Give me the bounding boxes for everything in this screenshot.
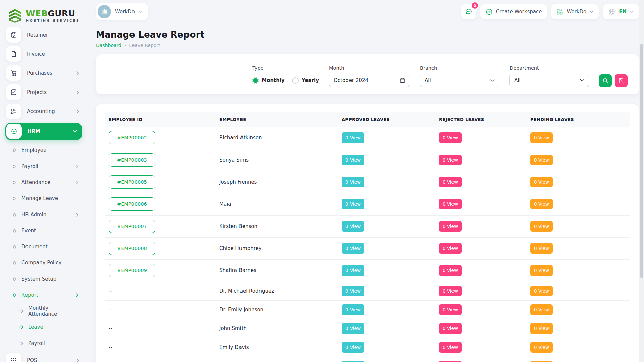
approved-leaves-badge[interactable]: 0 View bbox=[342, 155, 364, 165]
sidebar-item-accounting[interactable]: Accounting bbox=[5, 104, 82, 119]
pending-leaves-badge[interactable]: 0 View bbox=[530, 221, 553, 232]
approved-leaves-badge[interactable]: 0 View bbox=[342, 323, 364, 334]
sidebar-item-projects[interactable]: Projects bbox=[5, 84, 82, 100]
sidebar-item-invoice[interactable]: Invoice bbox=[5, 46, 82, 62]
sidebar-item-attendance[interactable]: Attendance bbox=[5, 176, 82, 189]
table-row: -- Dr. Michael Rodriguez 0 View 0 View 0… bbox=[105, 282, 630, 300]
leave-report-table: EMPLOYEE ID EMPLOYEE APPROVED LEAVES REJ… bbox=[105, 112, 630, 362]
filter-type-group: Type Monthly Yearly bbox=[252, 65, 319, 87]
sidebar-item-event[interactable]: Event bbox=[5, 224, 82, 237]
page-title: Manage Leave Report bbox=[96, 29, 639, 40]
employee-name: Kirsten Benson bbox=[215, 215, 338, 237]
brand-logo[interactable]: WEBGURU HOSTING SERVICES bbox=[7, 8, 82, 23]
rejected-leaves-badge[interactable]: 0 View bbox=[439, 199, 462, 209]
employee-id-badge[interactable]: #EMP00006 bbox=[109, 197, 155, 211]
table-row: #EMP00002 Richard Atkinson 0 View 0 View… bbox=[105, 127, 630, 149]
brand-text: WEBGURU HOSTING SERVICES bbox=[26, 9, 80, 22]
rejected-leaves-badge[interactable]: 0 View bbox=[439, 361, 462, 362]
rejected-leaves-badge[interactable]: 0 View bbox=[439, 132, 462, 143]
bullet-icon bbox=[13, 213, 16, 217]
approved-leaves-badge[interactable]: 0 View bbox=[342, 177, 364, 187]
rejected-leaves-badge[interactable]: 0 View bbox=[439, 177, 462, 187]
bullet-icon bbox=[13, 181, 16, 184]
approved-leaves-badge[interactable]: 0 View bbox=[342, 304, 364, 315]
sidebar-item-label: Report bbox=[21, 292, 38, 298]
pending-leaves-badge[interactable]: 0 View bbox=[530, 342, 553, 353]
sidebar-item-manage-leave[interactable]: Manage Leave bbox=[5, 192, 82, 205]
bullet-icon bbox=[13, 197, 16, 200]
scrollbar-thumb[interactable] bbox=[640, 44, 643, 278]
filter-buttons bbox=[599, 74, 628, 87]
approved-leaves-badge[interactable]: 0 View bbox=[342, 342, 364, 353]
pending-leaves-badge[interactable]: 0 View bbox=[530, 177, 553, 187]
sidebar-item-hr-admin[interactable]: HR Admin bbox=[5, 208, 82, 221]
radio-monthly[interactable]: Monthly bbox=[252, 77, 285, 84]
bullet-icon bbox=[13, 148, 16, 152]
employee-name: Shafira Barnes bbox=[215, 259, 338, 282]
reset-button[interactable] bbox=[615, 74, 628, 87]
sidebar-item-pos[interactable]: POS bbox=[5, 353, 82, 362]
approved-leaves-badge[interactable]: 0 View bbox=[342, 243, 364, 254]
language-selector[interactable]: EN bbox=[603, 4, 639, 19]
approved-leaves-badge[interactable]: 0 View bbox=[342, 199, 364, 209]
sidebar-item-label: Purchases bbox=[27, 70, 52, 76]
department-value: All bbox=[514, 77, 521, 83]
branch-select[interactable]: All bbox=[420, 74, 499, 87]
sidebar-item-employee[interactable]: Employee bbox=[5, 143, 82, 157]
app-switcher-button[interactable]: WorkDo bbox=[551, 4, 599, 19]
month-input[interactable]: October 2024 bbox=[329, 74, 410, 87]
workspace-selector[interactable]: WorkDo bbox=[96, 3, 148, 20]
search-button[interactable] bbox=[599, 74, 612, 87]
pending-leaves-badge[interactable]: 0 View bbox=[530, 243, 553, 254]
employee-id-badge[interactable]: #EMP00003 bbox=[109, 153, 155, 167]
chevron-down-icon bbox=[490, 79, 495, 82]
breadcrumb-dashboard-link[interactable]: Dashboard bbox=[96, 43, 121, 48]
rejected-leaves-badge[interactable]: 0 View bbox=[439, 286, 462, 296]
rejected-leaves-badge[interactable]: 0 View bbox=[439, 155, 462, 165]
sidebar-item-payroll[interactable]: Payroll bbox=[5, 160, 82, 173]
rejected-leaves-badge[interactable]: 0 View bbox=[439, 323, 462, 334]
approved-leaves-badge[interactable]: 0 View bbox=[342, 286, 364, 296]
employee-id-badge[interactable]: #EMP00009 bbox=[109, 264, 155, 277]
sidebar-item-label: Manage Leave bbox=[21, 195, 58, 201]
employee-id-badge[interactable]: #EMP00007 bbox=[109, 220, 155, 233]
rejected-leaves-badge[interactable]: 0 View bbox=[439, 243, 462, 254]
messages-button[interactable]: 0 bbox=[461, 4, 476, 19]
approved-leaves-badge[interactable]: 0 View bbox=[342, 132, 364, 143]
employee-id-badge[interactable]: #EMP00002 bbox=[109, 131, 155, 144]
filter-department-group: Department All bbox=[509, 65, 589, 87]
department-select[interactable]: All bbox=[509, 74, 589, 87]
pending-leaves-badge[interactable]: 0 View bbox=[530, 265, 553, 276]
sidebar-item-leave[interactable]: Leave bbox=[5, 320, 82, 334]
employee-id-badge[interactable]: #EMP00005 bbox=[109, 175, 155, 189]
rejected-leaves-badge[interactable]: 0 View bbox=[439, 265, 462, 276]
pending-leaves-badge[interactable]: 0 View bbox=[530, 361, 553, 362]
rejected-leaves-badge[interactable]: 0 View bbox=[439, 304, 462, 315]
pending-leaves-badge[interactable]: 0 View bbox=[530, 286, 553, 296]
breadcrumb: Dashboard › Leave Report bbox=[96, 43, 639, 48]
create-workspace-button[interactable]: Create Workspace bbox=[480, 4, 547, 19]
pending-leaves-badge[interactable]: 0 View bbox=[530, 304, 553, 315]
sidebar-item-purchases[interactable]: Purchases bbox=[5, 65, 82, 81]
rejected-leaves-badge[interactable]: 0 View bbox=[439, 342, 462, 353]
pending-leaves-badge[interactable]: 0 View bbox=[530, 155, 553, 165]
rejected-leaves-badge[interactable]: 0 View bbox=[439, 221, 462, 232]
sidebar-item-retainer[interactable]: Retainer bbox=[5, 27, 82, 43]
sidebar-item-document[interactable]: Document bbox=[5, 240, 82, 253]
pending-leaves-badge[interactable]: 0 View bbox=[530, 323, 553, 334]
pending-leaves-badge[interactable]: 0 View bbox=[530, 132, 553, 143]
approved-leaves-badge[interactable]: 0 View bbox=[342, 221, 364, 232]
approved-leaves-badge[interactable]: 0 View bbox=[342, 265, 364, 276]
employee-id-badge[interactable]: #EMP00008 bbox=[109, 242, 155, 255]
sidebar-item-system-setup[interactable]: System Setup bbox=[5, 272, 82, 286]
col-approved-leaves: APPROVED LEAVES bbox=[338, 112, 435, 127]
sidebar-item-hrm[interactable]: HRM bbox=[5, 123, 82, 140]
sidebar-item-monthly-attendance[interactable]: Monthly Attendance bbox=[5, 304, 82, 318]
sidebar-item-company-policy[interactable]: Company Policy bbox=[5, 256, 82, 269]
page-scrollbar[interactable] bbox=[639, 0, 644, 362]
radio-yearly[interactable]: Yearly bbox=[292, 77, 319, 84]
pending-leaves-badge[interactable]: 0 View bbox=[530, 199, 553, 209]
sidebar-item-report[interactable]: Report bbox=[5, 288, 82, 302]
sidebar-item-payroll-report[interactable]: Payroll bbox=[5, 337, 82, 350]
approved-leaves-badge[interactable]: 0 View bbox=[342, 361, 364, 362]
